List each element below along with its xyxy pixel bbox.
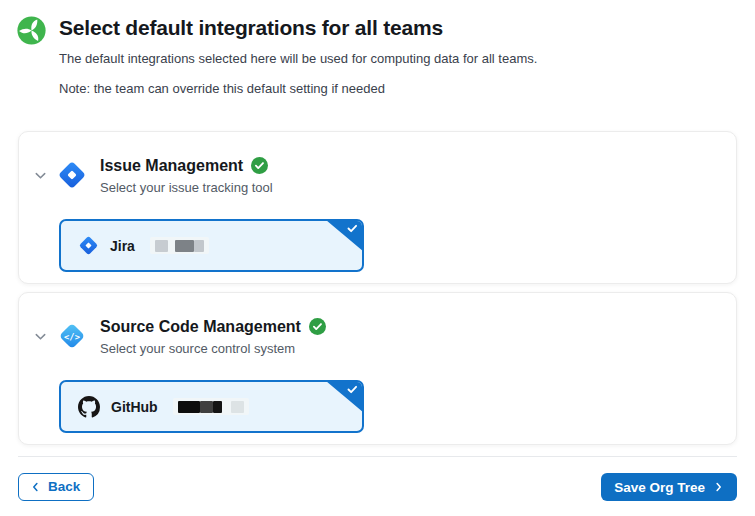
redacted-text xyxy=(173,398,249,415)
redacted-block xyxy=(178,401,200,413)
footer: Back Save Org Tree xyxy=(18,456,737,501)
page-description: The default integrations selected here w… xyxy=(59,51,737,67)
tool-option-jira[interactable]: Jira xyxy=(59,219,364,272)
chevron-down-icon[interactable] xyxy=(33,168,48,183)
section-source-code-management: </> Source Code Management Select your s… xyxy=(18,292,737,445)
page-header: Select default integrations for all team… xyxy=(0,0,755,97)
tool-label: GitHub xyxy=(111,399,158,415)
redacted-block xyxy=(200,401,213,413)
redacted-block xyxy=(194,240,204,252)
redacted-block xyxy=(155,240,168,252)
selected-check-badge xyxy=(326,381,363,412)
jira-icon xyxy=(57,160,87,190)
chevron-right-icon xyxy=(713,481,724,493)
save-button-label: Save Org Tree xyxy=(614,480,705,495)
tool-option-github[interactable]: GitHub xyxy=(59,380,364,433)
selected-check-badge xyxy=(326,220,363,251)
brand-logo-icon xyxy=(17,16,46,49)
section-issue-management: Issue Management Select your issue track… xyxy=(18,131,737,284)
redacted-block xyxy=(231,401,244,413)
check-circle-icon xyxy=(251,157,268,174)
section-title: Issue Management xyxy=(100,156,243,175)
back-button-label: Back xyxy=(48,479,80,494)
redacted-block xyxy=(175,240,194,252)
chevron-down-icon[interactable] xyxy=(33,329,48,344)
section-header: Issue Management Select your issue track… xyxy=(33,155,716,195)
back-button[interactable]: Back xyxy=(18,473,94,501)
chevron-left-icon xyxy=(30,481,41,493)
sections-container: Issue Management Select your issue track… xyxy=(0,131,755,445)
page-title: Select default integrations for all team… xyxy=(59,15,737,41)
section-title: Source Code Management xyxy=(100,317,301,336)
section-subtitle: Select your issue tracking tool xyxy=(100,180,273,195)
tool-label: Jira xyxy=(110,238,135,254)
jira-icon xyxy=(78,235,99,256)
save-org-tree-button[interactable]: Save Org Tree xyxy=(601,473,737,501)
source-code-icon: </> xyxy=(57,321,87,351)
section-subtitle: Select your source control system xyxy=(100,341,326,356)
svg-text:</>: </> xyxy=(64,332,80,342)
github-icon xyxy=(78,396,100,418)
page-note: Note: the team can override this default… xyxy=(59,81,737,97)
section-header: </> Source Code Management Select your s… xyxy=(33,316,716,356)
check-circle-icon xyxy=(309,318,326,335)
redacted-text xyxy=(150,237,209,254)
redacted-block xyxy=(213,401,222,413)
